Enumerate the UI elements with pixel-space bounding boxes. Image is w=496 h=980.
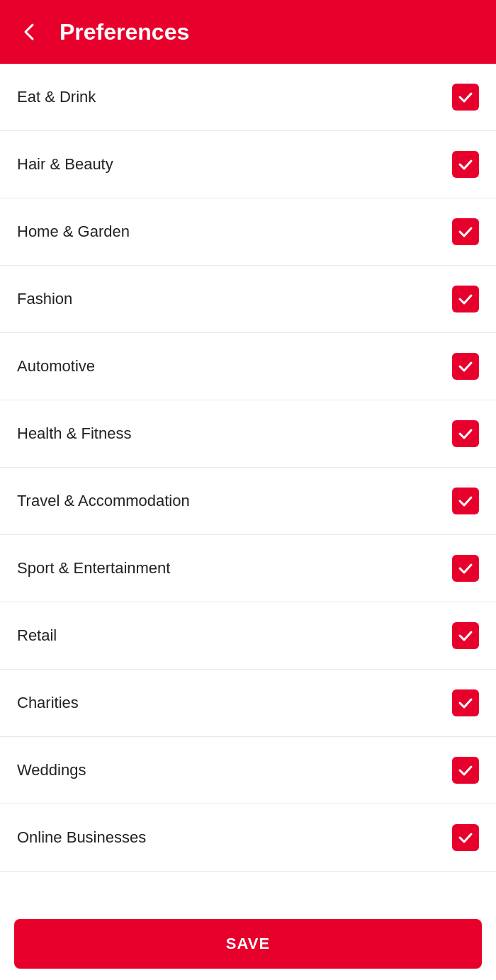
preference-checkbox-retail[interactable] bbox=[452, 622, 479, 649]
preference-label-retail: Retail bbox=[17, 626, 57, 645]
preference-checkbox-travel-accommodation[interactable] bbox=[452, 488, 479, 514]
preference-item-sport-entertainment[interactable]: Sport & Entertainment bbox=[0, 535, 496, 602]
preference-label-hair-beauty: Hair & Beauty bbox=[17, 155, 113, 174]
preference-item-online-businesses[interactable]: Online Businesses bbox=[0, 804, 496, 872]
preference-checkbox-fashion[interactable] bbox=[452, 286, 479, 312]
preference-checkbox-charities[interactable] bbox=[452, 689, 479, 716]
preference-label-charities: Charities bbox=[17, 694, 79, 712]
preference-item-eat-drink[interactable]: Eat & Drink bbox=[0, 64, 496, 131]
preference-checkbox-home-garden[interactable] bbox=[452, 218, 479, 245]
save-button[interactable]: SAVE bbox=[14, 919, 482, 969]
app-header: Preferences bbox=[0, 0, 496, 64]
preference-checkbox-weddings[interactable] bbox=[452, 757, 479, 784]
preference-item-health-fitness[interactable]: Health & Fitness bbox=[0, 400, 496, 468]
preference-label-fashion: Fashion bbox=[17, 290, 72, 308]
preference-label-eat-drink: Eat & Drink bbox=[17, 88, 96, 106]
preference-label-weddings: Weddings bbox=[17, 761, 86, 779]
preference-item-hair-beauty[interactable]: Hair & Beauty bbox=[0, 131, 496, 198]
save-button-container: SAVE bbox=[0, 908, 496, 980]
preference-checkbox-sport-entertainment[interactable] bbox=[452, 555, 479, 582]
preference-label-health-fitness: Health & Fitness bbox=[17, 424, 131, 443]
preference-item-travel-accommodation[interactable]: Travel & Accommodation bbox=[0, 468, 496, 535]
preference-label-travel-accommodation: Travel & Accommodation bbox=[17, 492, 190, 510]
back-button[interactable] bbox=[14, 16, 45, 47]
preference-item-fashion[interactable]: Fashion bbox=[0, 266, 496, 333]
preferences-list: Eat & Drink Hair & Beauty Home & Garden … bbox=[0, 64, 496, 908]
page-title: Preferences bbox=[60, 19, 189, 45]
preference-checkbox-eat-drink[interactable] bbox=[452, 84, 479, 111]
preference-checkbox-automotive[interactable] bbox=[452, 353, 479, 380]
preference-item-weddings[interactable]: Weddings bbox=[0, 737, 496, 804]
main-content: Eat & Drink Hair & Beauty Home & Garden … bbox=[0, 64, 496, 980]
preference-label-home-garden: Home & Garden bbox=[17, 223, 130, 241]
preference-item-charities[interactable]: Charities bbox=[0, 670, 496, 737]
preference-checkbox-online-businesses[interactable] bbox=[452, 824, 479, 851]
preference-item-retail[interactable]: Retail bbox=[0, 602, 496, 670]
preference-label-automotive: Automotive bbox=[17, 357, 95, 376]
preference-item-home-garden[interactable]: Home & Garden bbox=[0, 198, 496, 266]
preference-item-automotive[interactable]: Automotive bbox=[0, 333, 496, 400]
preference-label-online-businesses: Online Businesses bbox=[17, 828, 146, 847]
preference-checkbox-hair-beauty[interactable] bbox=[452, 151, 479, 178]
preference-label-sport-entertainment: Sport & Entertainment bbox=[17, 559, 170, 578]
preference-checkbox-health-fitness[interactable] bbox=[452, 420, 479, 447]
